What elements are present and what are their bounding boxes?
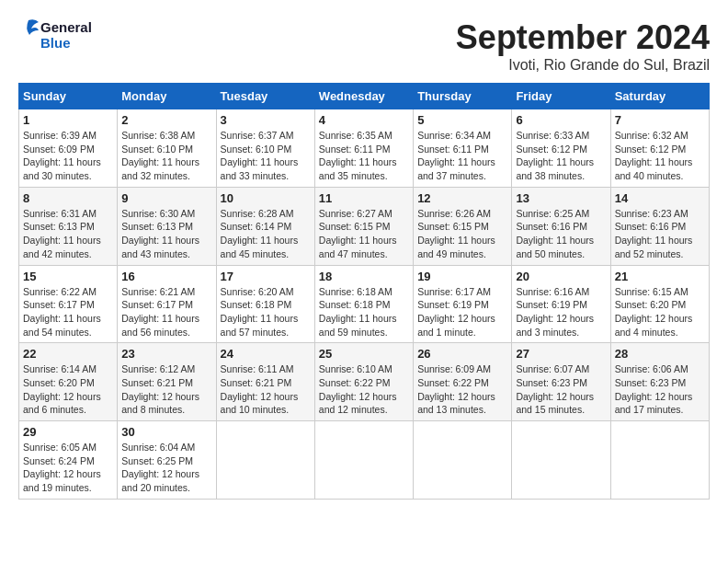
- day-number: 13: [516, 191, 606, 205]
- day-number: 18: [319, 270, 409, 283]
- logo-general: General: [40, 19, 92, 35]
- calendar-week-row: 8Sunrise: 6:31 AM Sunset: 6:13 PM Daylig…: [19, 187, 710, 265]
- calendar-cell: 25Sunrise: 6:10 AM Sunset: 6:22 PM Dayli…: [314, 343, 413, 421]
- header-thursday: Thursday: [414, 84, 512, 109]
- calendar-cell: 8Sunrise: 6:31 AM Sunset: 6:13 PM Daylig…: [19, 187, 118, 265]
- day-info: Sunrise: 6:22 AM Sunset: 6:17 PM Dayligh…: [23, 285, 113, 339]
- day-number: 4: [319, 113, 409, 127]
- day-info: Sunrise: 6:28 AM Sunset: 6:14 PM Dayligh…: [221, 207, 311, 261]
- calendar-cell: 27Sunrise: 6:07 AM Sunset: 6:23 PM Dayli…: [512, 343, 610, 421]
- calendar-cell: 29Sunrise: 6:05 AM Sunset: 6:24 PM Dayli…: [19, 421, 118, 500]
- day-number: 21: [615, 270, 705, 283]
- calendar-cell: 1Sunrise: 6:39 AM Sunset: 6:09 PM Daylig…: [19, 109, 118, 188]
- calendar-cell: 21Sunrise: 6:15 AM Sunset: 6:20 PM Dayli…: [610, 265, 709, 343]
- day-number: 28: [615, 347, 705, 361]
- day-info: Sunrise: 6:33 AM Sunset: 6:12 PM Dayligh…: [516, 129, 606, 183]
- calendar-cell: 13Sunrise: 6:25 AM Sunset: 6:16 PM Dayli…: [512, 187, 610, 265]
- day-info: Sunrise: 6:35 AM Sunset: 6:11 PM Dayligh…: [319, 129, 409, 183]
- calendar-week-row: 1Sunrise: 6:39 AM Sunset: 6:09 PM Daylig…: [19, 109, 710, 188]
- day-number: 29: [23, 425, 113, 439]
- calendar-cell: 16Sunrise: 6:21 AM Sunset: 6:17 PM Dayli…: [118, 265, 216, 343]
- calendar-cell: 2Sunrise: 6:38 AM Sunset: 6:10 PM Daylig…: [118, 109, 216, 188]
- day-info: Sunrise: 6:07 AM Sunset: 6:23 PM Dayligh…: [516, 362, 606, 417]
- calendar-cell: 22Sunrise: 6:14 AM Sunset: 6:20 PM Dayli…: [19, 343, 118, 421]
- day-number: 5: [417, 113, 507, 127]
- calendar-cell: 20Sunrise: 6:16 AM Sunset: 6:19 PM Dayli…: [512, 265, 610, 343]
- day-number: 10: [221, 191, 311, 205]
- calendar-cell: [610, 421, 709, 500]
- logo-blue: Blue: [40, 35, 92, 51]
- calendar-cell: 7Sunrise: 6:32 AM Sunset: 6:12 PM Daylig…: [610, 109, 709, 188]
- day-info: Sunrise: 6:17 AM Sunset: 6:19 PM Dayligh…: [417, 285, 507, 339]
- logo: General Blue: [18, 18, 92, 52]
- day-number: 19: [417, 270, 507, 283]
- calendar-cell: 24Sunrise: 6:11 AM Sunset: 6:21 PM Dayli…: [216, 343, 314, 421]
- header-wednesday: Wednesday: [314, 84, 413, 109]
- day-info: Sunrise: 6:06 AM Sunset: 6:23 PM Dayligh…: [615, 362, 705, 417]
- day-info: Sunrise: 6:27 AM Sunset: 6:15 PM Dayligh…: [319, 207, 409, 261]
- day-info: Sunrise: 6:09 AM Sunset: 6:22 PM Dayligh…: [417, 362, 507, 417]
- calendar-cell: 28Sunrise: 6:06 AM Sunset: 6:23 PM Dayli…: [610, 343, 709, 421]
- day-info: Sunrise: 6:21 AM Sunset: 6:17 PM Dayligh…: [121, 285, 211, 339]
- calendar-cell: 3Sunrise: 6:37 AM Sunset: 6:10 PM Daylig…: [216, 109, 314, 188]
- header-sunday: Sunday: [19, 84, 118, 109]
- day-info: Sunrise: 6:10 AM Sunset: 6:22 PM Dayligh…: [319, 362, 409, 417]
- calendar-cell: [414, 421, 512, 500]
- day-number: 20: [516, 270, 606, 283]
- calendar-cell: 9Sunrise: 6:30 AM Sunset: 6:13 PM Daylig…: [118, 187, 216, 265]
- day-number: 8: [23, 191, 113, 205]
- page-header: General Blue September 2024 Ivoti, Rio G…: [18, 18, 710, 74]
- calendar-cell: [216, 421, 314, 500]
- day-number: 24: [221, 347, 311, 361]
- calendar-cell: 11Sunrise: 6:27 AM Sunset: 6:15 PM Dayli…: [314, 187, 413, 265]
- day-info: Sunrise: 6:39 AM Sunset: 6:09 PM Dayligh…: [23, 129, 113, 183]
- month-title: September 2024: [456, 18, 710, 57]
- day-number: 15: [23, 270, 113, 283]
- calendar-cell: [512, 421, 610, 500]
- day-info: Sunrise: 6:05 AM Sunset: 6:24 PM Dayligh…: [23, 441, 113, 495]
- day-info: Sunrise: 6:38 AM Sunset: 6:10 PM Dayligh…: [121, 129, 211, 183]
- calendar-cell: 17Sunrise: 6:20 AM Sunset: 6:18 PM Dayli…: [216, 265, 314, 343]
- day-info: Sunrise: 6:11 AM Sunset: 6:21 PM Dayligh…: [221, 362, 311, 417]
- calendar-cell: 19Sunrise: 6:17 AM Sunset: 6:19 PM Dayli…: [414, 265, 512, 343]
- header-tuesday: Tuesday: [216, 84, 314, 109]
- calendar-table: SundayMondayTuesdayWednesdayThursdayFrid…: [18, 83, 710, 500]
- calendar-week-row: 15Sunrise: 6:22 AM Sunset: 6:17 PM Dayli…: [19, 265, 710, 343]
- calendar-cell: 14Sunrise: 6:23 AM Sunset: 6:16 PM Dayli…: [610, 187, 709, 265]
- day-number: 26: [417, 347, 507, 361]
- day-number: 27: [516, 347, 606, 361]
- calendar-cell: 30Sunrise: 6:04 AM Sunset: 6:25 PM Dayli…: [118, 421, 216, 500]
- day-info: Sunrise: 6:04 AM Sunset: 6:25 PM Dayligh…: [121, 441, 211, 495]
- day-number: 23: [121, 347, 211, 361]
- day-number: 11: [319, 191, 409, 205]
- day-info: Sunrise: 6:20 AM Sunset: 6:18 PM Dayligh…: [221, 285, 311, 339]
- day-number: 1: [23, 113, 113, 127]
- day-info: Sunrise: 6:15 AM Sunset: 6:20 PM Dayligh…: [615, 285, 705, 339]
- calendar-header-row: SundayMondayTuesdayWednesdayThursdayFrid…: [19, 84, 710, 109]
- calendar-cell: 10Sunrise: 6:28 AM Sunset: 6:14 PM Dayli…: [216, 187, 314, 265]
- header-saturday: Saturday: [610, 84, 709, 109]
- calendar-cell: 15Sunrise: 6:22 AM Sunset: 6:17 PM Dayli…: [19, 265, 118, 343]
- day-info: Sunrise: 6:23 AM Sunset: 6:16 PM Dayligh…: [615, 207, 705, 261]
- day-number: 7: [615, 113, 705, 127]
- day-number: 30: [121, 425, 211, 439]
- day-number: 25: [319, 347, 409, 361]
- calendar-week-row: 22Sunrise: 6:14 AM Sunset: 6:20 PM Dayli…: [19, 343, 710, 421]
- day-number: 17: [221, 270, 311, 283]
- calendar-cell: 6Sunrise: 6:33 AM Sunset: 6:12 PM Daylig…: [512, 109, 610, 188]
- calendar-cell: 5Sunrise: 6:34 AM Sunset: 6:11 PM Daylig…: [414, 109, 512, 188]
- day-number: 3: [221, 113, 311, 127]
- header-monday: Monday: [118, 84, 216, 109]
- calendar-cell: 4Sunrise: 6:35 AM Sunset: 6:11 PM Daylig…: [314, 109, 413, 188]
- calendar-week-row: 29Sunrise: 6:05 AM Sunset: 6:24 PM Dayli…: [19, 421, 710, 500]
- header-friday: Friday: [512, 84, 610, 109]
- calendar-cell: 18Sunrise: 6:18 AM Sunset: 6:18 PM Dayli…: [314, 265, 413, 343]
- logo-bird-icon: [18, 18, 39, 52]
- day-number: 14: [615, 191, 705, 205]
- day-info: Sunrise: 6:12 AM Sunset: 6:21 PM Dayligh…: [121, 362, 211, 417]
- day-info: Sunrise: 6:34 AM Sunset: 6:11 PM Dayligh…: [417, 129, 507, 183]
- day-number: 12: [417, 191, 507, 205]
- day-info: Sunrise: 6:30 AM Sunset: 6:13 PM Dayligh…: [121, 207, 211, 261]
- day-info: Sunrise: 6:37 AM Sunset: 6:10 PM Dayligh…: [221, 129, 311, 183]
- day-info: Sunrise: 6:25 AM Sunset: 6:16 PM Dayligh…: [516, 207, 606, 261]
